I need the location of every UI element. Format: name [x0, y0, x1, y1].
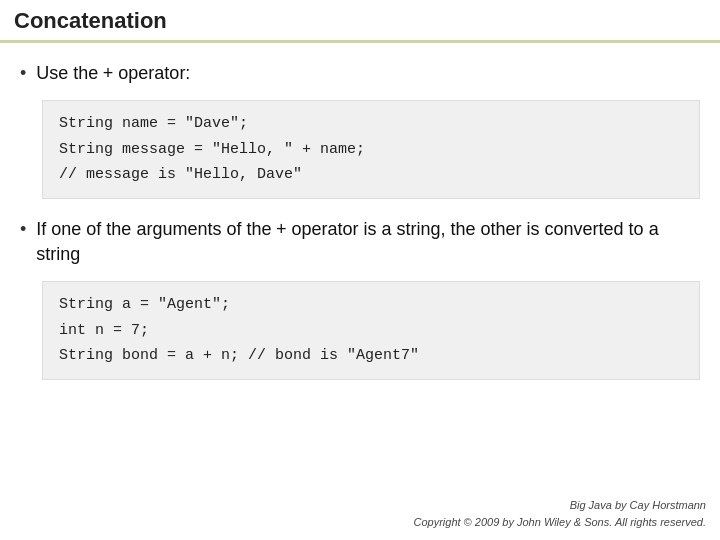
bullet2-operator: +	[276, 219, 292, 239]
title-bar: Concatenation	[0, 0, 720, 42]
footer-line1: Big Java by Cay Horstmann	[413, 497, 706, 514]
bullet-text-1: Use the + operator:	[36, 61, 190, 86]
bullet1-operator: +	[103, 63, 119, 83]
bullet1-suffix: operator:	[118, 63, 190, 83]
page-title: Concatenation	[14, 8, 167, 33]
bullet-dot-2: •	[20, 219, 26, 240]
code-line-2-1: String a = "Agent"; int n = 7; String bo…	[59, 296, 419, 364]
bullet2-before: If one of the arguments of the	[36, 219, 271, 239]
footer: Big Java by Cay Horstmann Copyright © 20…	[413, 497, 706, 530]
bullet-item-2: • If one of the arguments of the + opera…	[20, 217, 700, 267]
bullet-dot-1: •	[20, 63, 26, 84]
code-block-2: String a = "Agent"; int n = 7; String bo…	[42, 281, 700, 380]
bullet-text-2: If one of the arguments of the + operato…	[36, 217, 700, 267]
bullet1-prefix: Use the	[36, 63, 98, 83]
code-block-1: String name = "Dave"; String message = "…	[42, 100, 700, 199]
main-content: • Use the + operator: String name = "Dav…	[0, 43, 720, 408]
footer-line2: Copyright © 2009 by John Wiley & Sons. A…	[413, 514, 706, 531]
bullet-item-1: • Use the + operator:	[20, 61, 700, 86]
code-line-1-1: String name = "Dave"; String message = "…	[59, 115, 365, 183]
